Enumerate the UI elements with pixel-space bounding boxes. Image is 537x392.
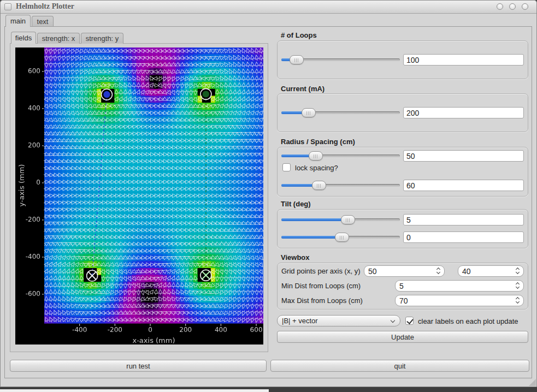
slider-fill bbox=[281, 218, 348, 221]
tilt1-slider[interactable] bbox=[281, 215, 400, 224]
spinner-arrows-icon[interactable] bbox=[435, 265, 442, 277]
slider-handle[interactable] bbox=[309, 151, 323, 161]
chevron-down-icon bbox=[391, 318, 395, 323]
spinner-down-icon[interactable] bbox=[516, 285, 520, 289]
app-window: Helmholtz Plotter main text fields stren… bbox=[0, 0, 537, 387]
grid-y-spinbox[interactable] bbox=[458, 265, 524, 277]
slider-handle[interactable] bbox=[335, 233, 349, 242]
lock-spacing-checkbox[interactable] bbox=[282, 163, 291, 171]
tilt1-input[interactable] bbox=[403, 214, 524, 225]
min-dist-label: Min Dist from Loops (cm) bbox=[281, 282, 361, 290]
lock-spacing-label: lock spacing? bbox=[295, 164, 338, 172]
slider-handle[interactable] bbox=[312, 181, 326, 190]
clear-labels-checkbox[interactable] bbox=[405, 317, 414, 325]
radius-slider[interactable] bbox=[281, 151, 400, 161]
clear-labels-label: clear labels on each plot update bbox=[418, 317, 518, 325]
spinner-arrows-icon[interactable] bbox=[515, 265, 521, 277]
max-dist-spinbox[interactable] bbox=[395, 295, 524, 306]
spinner-arrows-icon[interactable] bbox=[515, 280, 521, 292]
min-dist-spinbox[interactable] bbox=[395, 280, 524, 292]
update-button[interactable]: Update bbox=[277, 331, 528, 343]
loops-section-label: # of Loops bbox=[281, 31, 317, 39]
current-section-label: Current (mA) bbox=[281, 85, 324, 93]
slider-track[interactable] bbox=[281, 184, 400, 187]
run-test-button[interactable]: run test bbox=[10, 360, 267, 372]
window-icon bbox=[4, 3, 11, 10]
tilt2-slider[interactable] bbox=[281, 233, 400, 242]
radius-section-label: Radius / Spacing (cm) bbox=[281, 138, 355, 146]
quit-button[interactable]: quit bbox=[270, 360, 529, 372]
desktop-strip bbox=[0, 389, 269, 392]
titlebar[interactable]: Helmholtz Plotter bbox=[1, 1, 536, 14]
spinner-down-icon[interactable] bbox=[516, 270, 520, 274]
spinner-down-icon[interactable] bbox=[516, 300, 520, 304]
close-button[interactable] bbox=[522, 3, 528, 10]
tab-text[interactable]: text bbox=[32, 16, 54, 27]
field-plot-canvas[interactable] bbox=[15, 47, 263, 345]
tilt2-input[interactable] bbox=[403, 231, 524, 243]
resize-grip[interactable] bbox=[529, 379, 536, 386]
slider-track[interactable] bbox=[281, 155, 400, 157]
maximize-button[interactable] bbox=[509, 3, 516, 10]
spacing-slider[interactable] bbox=[281, 181, 400, 190]
tab-strength-x[interactable]: strength: x bbox=[37, 33, 80, 44]
radius-input[interactable] bbox=[403, 150, 524, 162]
spinner-arrows-icon[interactable] bbox=[515, 295, 521, 306]
slider-fill bbox=[281, 236, 342, 239]
tab-fields[interactable]: fields bbox=[11, 32, 36, 44]
main-tab-page: fields strength: x strength: y # of Loop… bbox=[4, 26, 532, 378]
display-mode-dropdown[interactable]: |B| + vector bbox=[277, 315, 400, 326]
tab-strength-y[interactable]: strength: y bbox=[81, 33, 123, 44]
max-dist-label: Max Dist from Loops (cm) bbox=[281, 296, 363, 305]
tab-main[interactable]: main bbox=[5, 15, 31, 27]
slider-track[interactable] bbox=[281, 111, 400, 114]
slider-handle[interactable] bbox=[302, 108, 316, 117]
viewbox-section-label: Viewbox bbox=[281, 253, 310, 262]
grid-x-spinbox[interactable] bbox=[364, 265, 445, 277]
loops-slider[interactable] bbox=[281, 55, 400, 64]
loops-input[interactable] bbox=[403, 54, 524, 66]
display-mode-value: |B| + vector bbox=[282, 317, 318, 325]
current-slider[interactable] bbox=[281, 108, 400, 117]
window-title: Helmholtz Plotter bbox=[16, 2, 74, 11]
spacing-input[interactable] bbox=[403, 180, 524, 191]
spinner-down-icon[interactable] bbox=[436, 270, 440, 274]
slider-handle[interactable] bbox=[290, 55, 304, 64]
minimize-button[interactable] bbox=[497, 3, 503, 10]
current-input[interactable] bbox=[403, 107, 524, 118]
tilt-section-label: Tilt (deg) bbox=[281, 200, 311, 208]
slider-handle[interactable] bbox=[341, 215, 355, 224]
grid-points-label: Grid points per axis (x, y) bbox=[281, 267, 361, 275]
